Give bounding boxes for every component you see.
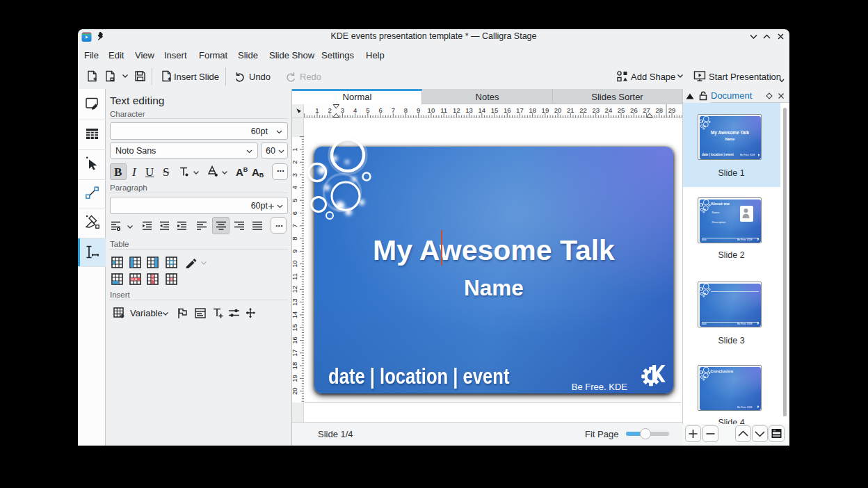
- svg-text:11: 11: [440, 106, 447, 114]
- svg-text:17: 17: [292, 350, 298, 357]
- svg-text:6: 6: [378, 106, 382, 114]
- svg-text:29: 29: [668, 106, 676, 114]
- svg-text:20: 20: [292, 387, 298, 395]
- svg-text:3: 3: [341, 106, 344, 114]
- svg-text:23: 23: [592, 106, 600, 114]
- svg-text:4: 4: [353, 106, 357, 114]
- svg-text:5: 5: [366, 106, 369, 114]
- svg-text:14: 14: [292, 311, 298, 319]
- svg-text:7: 7: [392, 106, 395, 114]
- svg-text:8: 8: [292, 236, 298, 240]
- svg-text:5: 5: [292, 199, 298, 202]
- svg-text:6: 6: [292, 211, 298, 215]
- svg-text:3: 3: [292, 173, 298, 177]
- svg-text:17: 17: [516, 106, 524, 114]
- svg-text:25: 25: [618, 106, 625, 114]
- svg-text:11: 11: [292, 273, 298, 280]
- svg-text:2: 2: [328, 106, 332, 114]
- svg-text:2: 2: [292, 161, 298, 164]
- svg-text:20: 20: [554, 106, 562, 114]
- svg-text:21: 21: [567, 106, 574, 114]
- svg-text:12: 12: [453, 106, 460, 114]
- svg-text:1: 1: [292, 147, 298, 151]
- svg-text:13: 13: [292, 298, 298, 306]
- svg-text:18: 18: [292, 362, 298, 370]
- svg-text:27: 27: [643, 106, 650, 114]
- svg-text:8: 8: [404, 106, 408, 114]
- svg-text:9: 9: [292, 250, 298, 253]
- svg-text:19: 19: [542, 106, 549, 114]
- svg-text:16: 16: [292, 336, 298, 344]
- svg-text:19: 19: [292, 375, 298, 382]
- svg-text:16: 16: [504, 106, 511, 114]
- svg-text:7: 7: [292, 224, 298, 227]
- svg-text:1: 1: [315, 106, 319, 114]
- svg-text:24: 24: [605, 106, 613, 114]
- svg-text:18: 18: [529, 106, 536, 114]
- svg-text:15: 15: [292, 324, 298, 332]
- svg-text:10: 10: [428, 106, 435, 114]
- svg-text:26: 26: [630, 106, 638, 114]
- svg-text:10: 10: [292, 260, 298, 268]
- svg-text:9: 9: [417, 106, 420, 114]
- svg-text:14: 14: [479, 106, 486, 114]
- svg-text:28: 28: [656, 106, 664, 114]
- svg-text:22: 22: [579, 106, 587, 114]
- svg-text:15: 15: [491, 106, 499, 114]
- svg-text:4: 4: [292, 186, 298, 189]
- svg-text:12: 12: [292, 286, 298, 293]
- svg-text:13: 13: [465, 106, 473, 114]
